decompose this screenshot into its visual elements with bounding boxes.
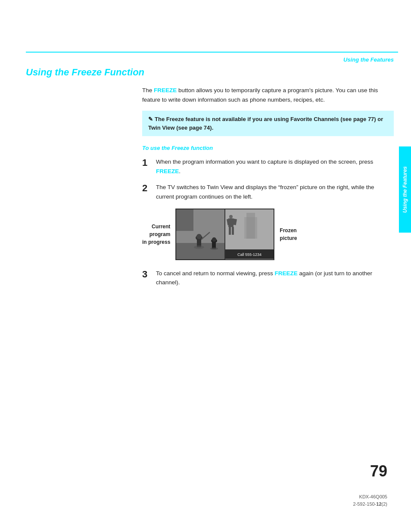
step3-text-before: To cancel and return to normal viewing, … — [156, 270, 274, 277]
side-tab-text: Using the Features — [402, 166, 408, 213]
top-decorative-line — [26, 52, 398, 53]
footer-bold: 12 — [376, 501, 381, 507]
page-title: Using the Freeze Function — [26, 67, 394, 78]
svg-text:Call 555-1234: Call 555-1234 — [237, 252, 262, 257]
tv-label-right: Frozen picture — [280, 227, 297, 242]
footer-line2: 2-592-150-12(2) — [353, 501, 387, 508]
step-3-number: 3 — [142, 269, 152, 287]
note-box: ✎The Freeze feature is not available if … — [142, 111, 394, 136]
page-container: Using the Features Using the Features Us… — [0, 0, 411, 532]
svg-rect-4 — [176, 209, 193, 231]
svg-rect-20 — [229, 227, 231, 235]
tv-image-section: Current program in progress — [142, 208, 394, 260]
tv-label-current-line3: in progress — [142, 239, 170, 245]
step1-text-after: . — [179, 168, 181, 174]
step-1-number: 1 — [142, 157, 152, 176]
footer-line1: KDX-46Q005 — [353, 493, 387, 501]
svg-rect-21 — [232, 227, 234, 235]
tv-label-left: Current program in progress — [142, 223, 170, 246]
step-2: 2 The TV switches to Twin View and displ… — [142, 183, 394, 201]
step-2-number: 2 — [142, 183, 152, 201]
header-section: Using the Features — [343, 56, 394, 63]
intro-text-before: The — [142, 87, 154, 93]
footer-info: KDX-46Q005 2-592-150-12(2) — [353, 493, 387, 508]
freeze-word-intro: FREEZE — [154, 87, 177, 93]
tv-label-current-line1: Current — [152, 224, 170, 230]
intro-paragraph: The FREEZE button allows you to temporar… — [142, 86, 394, 104]
step-3: 3 To cancel and return to normal viewing… — [142, 269, 394, 287]
intro-text-after: button allows you to temporarily capture… — [142, 87, 378, 103]
freeze-word-step3: FREEZE — [274, 270, 297, 277]
tv-screen-svg: Call 555-1234 — [175, 208, 274, 260]
note-icon: ✎ — [148, 116, 153, 122]
page-number: 79 — [370, 462, 387, 480]
svg-rect-23 — [246, 213, 255, 239]
section-title: Using the Features — [343, 56, 394, 63]
step-2-text: The TV switches to Twin View and display… — [156, 183, 394, 201]
main-content: Using the Freeze Function The FREEZE but… — [26, 67, 394, 294]
svg-point-7 — [196, 234, 202, 239]
svg-rect-16 — [229, 215, 233, 218]
sub-heading: To use the Freeze function — [142, 145, 394, 151]
footer-suffix: (2) — [382, 501, 387, 507]
svg-point-12 — [194, 246, 204, 249]
note-text: The Freeze feature is not available if y… — [148, 116, 383, 131]
step1-text-before: When the program information you want to… — [156, 159, 373, 165]
tv-label-frozen-line2: picture — [280, 235, 297, 241]
tv-label-frozen-line1: Frozen — [280, 227, 296, 233]
footer-prefix: 2-592-150- — [353, 501, 376, 507]
tv-label-current-line2: program — [149, 231, 171, 237]
freeze-word-step1: FREEZE — [156, 168, 179, 174]
step-3-text: To cancel and return to normal viewing, … — [156, 269, 394, 287]
step-1: 1 When the program information you want … — [142, 157, 394, 176]
svg-point-13 — [210, 247, 218, 250]
svg-point-11 — [212, 237, 216, 242]
step-1-text: When the program information you want to… — [156, 157, 394, 176]
side-tab: Using the Features — [399, 146, 411, 233]
